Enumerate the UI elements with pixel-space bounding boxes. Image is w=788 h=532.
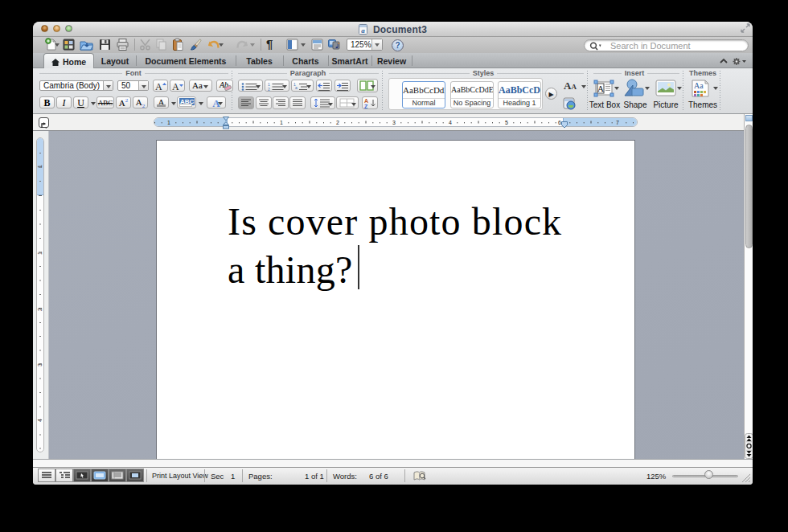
svg-text:3: 3 (392, 120, 396, 125)
svg-text:?: ? (395, 41, 400, 50)
svg-text:7: 7 (616, 120, 619, 125)
svg-text:2: 2 (336, 120, 339, 125)
svg-text:5: 5 (505, 120, 508, 125)
svg-text:A: A (597, 84, 604, 93)
svg-text:4: 4 (449, 120, 452, 125)
svg-text:A: A (155, 81, 162, 92)
svg-text:1: 1 (280, 120, 283, 125)
svg-text:a: a (295, 85, 298, 90)
svg-text:Aa: Aa (694, 81, 704, 90)
svg-text:1: 1 (167, 120, 170, 125)
svg-text:A: A (172, 81, 179, 92)
svg-text:2: 2 (268, 87, 270, 92)
svg-text:a: a (361, 27, 365, 35)
svg-text:1: 1 (268, 82, 270, 87)
svg-text:Z: Z (364, 104, 368, 109)
